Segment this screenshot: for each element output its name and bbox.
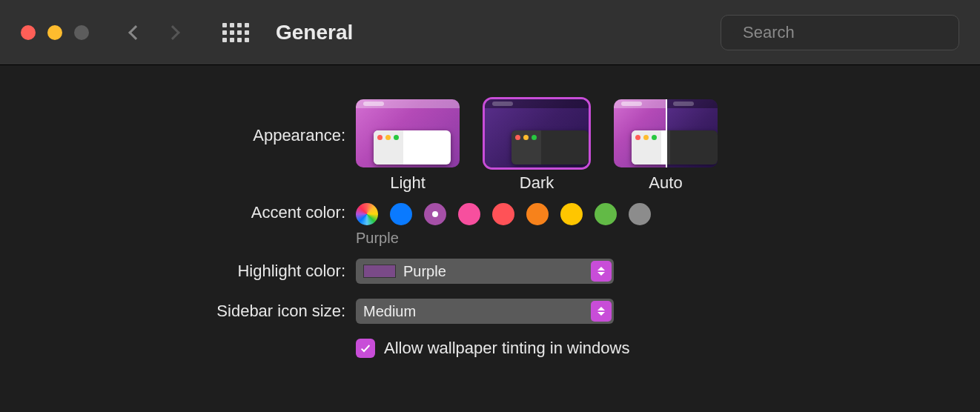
appearance-option-light[interactable]: Light [356,99,460,193]
window-controls [21,25,89,40]
accent-yellow[interactable] [560,203,583,225]
sidebar-size-select[interactable]: Medium [356,299,614,324]
accent-green[interactable] [595,203,617,225]
close-window-button[interactable] [21,25,36,40]
wallpaper-tinting-checkbox[interactable] [356,339,375,358]
appearance-dark-label: Dark [520,173,554,193]
toolbar: General [0,0,980,65]
appearance-light-label: Light [390,173,426,193]
search-input[interactable] [743,23,947,42]
highlight-value: Purple [403,263,446,280]
appearance-option-auto[interactable]: Auto [614,99,718,193]
highlight-swatch [363,265,396,278]
select-stepper-icon [591,301,612,322]
back-button[interactable] [128,25,143,40]
svg-point-0 [733,32,734,33]
zoom-window-button[interactable] [74,25,89,40]
appearance-auto-label: Auto [649,173,682,193]
appearance-option-dark[interactable]: Dark [485,99,589,193]
accent-orange[interactable] [526,203,549,225]
accent-multicolor[interactable] [356,203,378,225]
appearance-label: Appearance: [0,99,356,145]
accent-blue[interactable] [390,203,412,225]
page-title: General [276,21,353,44]
checkmark-icon [360,342,371,354]
accent-label: Accent color: [0,203,356,222]
forward-button [165,25,180,40]
accent-purple[interactable] [424,203,446,225]
highlight-label: Highlight color: [0,262,356,281]
highlight-color-select[interactable]: Purple [356,259,614,284]
accent-color-options [356,203,651,225]
accent-pink[interactable] [458,203,480,225]
accent-graphite[interactable] [629,203,651,225]
show-all-icon[interactable] [222,23,249,42]
accent-red[interactable] [492,203,514,225]
sidebar-size-value: Medium [363,303,416,320]
select-stepper-icon [591,261,612,282]
minimize-window-button[interactable] [47,25,62,40]
content: Appearance: Light [0,65,980,358]
search-icon [733,25,734,40]
search-field[interactable] [721,15,959,50]
sidebar-size-label: Sidebar icon size: [0,302,356,321]
appearance-options: Light Dark [356,99,718,193]
accent-selected-name: Purple [356,230,651,247]
nav-arrows [130,27,178,38]
wallpaper-tinting-label: Allow wallpaper tinting in windows [384,339,629,358]
